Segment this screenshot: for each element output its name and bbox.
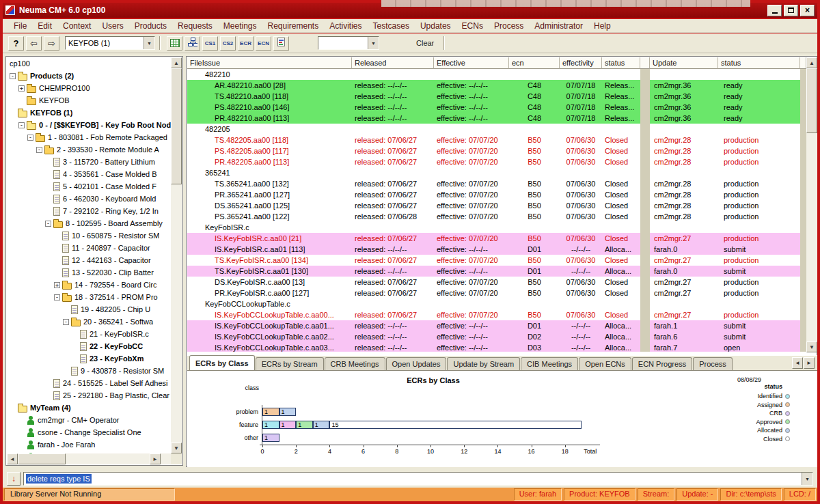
tree-item[interactable]: 10 - 650875 - Resistor SM (7, 229, 172, 242)
cell-ecn[interactable]: B50 (509, 255, 560, 266)
cell-name[interactable]: IS.KeyFobCCLookupTable.c.aa02... (187, 331, 352, 342)
cell-rel[interactable]: released: 07/06/27 (352, 200, 434, 211)
tree-item[interactable]: 11 - 240897 - Capacitor (7, 242, 172, 254)
cell-eff[interactable] (434, 124, 509, 135)
tab-update-by-stream[interactable]: Update by Stream (447, 357, 520, 370)
cell-st[interactable]: Closed (602, 277, 640, 288)
menu-item-ecns[interactable]: ECNs (456, 20, 489, 32)
tree-view-button[interactable] (184, 36, 200, 51)
minimize-button[interactable] (767, 5, 782, 16)
menu-item-users[interactable]: Users (96, 20, 128, 32)
column-header-effective[interactable]: Effective (434, 57, 509, 69)
cell-st2[interactable]: production (718, 145, 800, 156)
fileissue-row[interactable]: IS.KeyFobCCLookupTable.c.aa02...released… (187, 331, 806, 342)
cell-st[interactable]: Releas... (602, 113, 640, 124)
cell-eff[interactable]: effective: 07/07/20 (434, 288, 509, 298)
scroll-up-icon[interactable]: ▲ (806, 57, 817, 68)
cell-efy[interactable]: --/--/-- (560, 320, 602, 331)
fileissue-row[interactable]: TS.482210.aa00 [118]released: --/--/--ef… (187, 91, 806, 102)
cell-efy[interactable]: 07/06/30 (560, 145, 602, 156)
cell-ecn[interactable]: C48 (509, 91, 560, 102)
column-header-ecn[interactable]: ecn (509, 57, 560, 69)
tree-item[interactable]: 7 - 292102 - Ring Key, 1/2 In (7, 205, 172, 217)
cell-name[interactable]: PS.482210.aa00 [146] (187, 102, 352, 113)
cell-st2[interactable]: production (718, 211, 800, 222)
cell-upd[interactable]: farah.0 (650, 266, 718, 277)
cell-st2[interactable]: submit (718, 320, 800, 331)
tree-item[interactable]: +CHEMPRO100 (7, 82, 172, 94)
cell-efy[interactable] (560, 69, 602, 80)
tree-horizontal-scrollbar[interactable]: ◄ ► (7, 453, 172, 464)
cell-upd[interactable]: cm2mgr.28 (650, 200, 718, 211)
cell-efy[interactable] (560, 167, 602, 178)
column-header-fileissue[interactable]: FileIssue (187, 57, 352, 69)
menu-item-activities[interactable]: Activities (324, 20, 367, 32)
back-button[interactable]: ⇦ (26, 36, 42, 51)
tree-vertical-scrollbar[interactable]: ▲ ▼ (171, 57, 182, 453)
tree-item[interactable]: 19 - 482205 - Chip U (7, 303, 172, 316)
cell-name[interactable]: TS.482205.aa00 [118] (187, 135, 352, 145)
cell-st[interactable] (602, 298, 640, 309)
cell-name[interactable]: PR.365241.aa00 [127] (187, 189, 352, 200)
collapse-icon[interactable]: - (27, 135, 33, 141)
cell-eff[interactable]: effective: 07/07/20 (434, 145, 509, 156)
fileissue-row[interactable]: PS.482205.aa00 [117]released: 07/06/27ef… (187, 145, 806, 156)
tree-item[interactable]: -8 - 102595 - Board Assembly (7, 217, 172, 229)
cell-name[interactable]: IS.KeyFobISR.c.aa00 [21] (187, 233, 352, 244)
cell-eff[interactable]: effective: 07/07/20 (434, 135, 509, 145)
cell-st2[interactable] (718, 124, 800, 135)
cell-upd[interactable]: farah.1 (650, 320, 718, 331)
cell-eff[interactable]: effective: 07/07/20 (434, 277, 509, 288)
cell-st2[interactable]: production (718, 135, 800, 145)
cell-rel[interactable] (352, 298, 434, 309)
cell-st2[interactable] (718, 298, 800, 309)
cell-rel[interactable]: released: 07/06/27 (352, 288, 434, 298)
cell-upd[interactable]: cm2mgr.28 (650, 211, 718, 222)
cell-st2[interactable]: production (718, 277, 800, 288)
cell-efy[interactable]: 07/06/30 (560, 156, 602, 167)
fileissue-row[interactable]: PR.482210.aa00 [113]released: --/--/--ef… (187, 113, 806, 124)
cell-upd[interactable]: cm2mgr.27 (650, 255, 718, 266)
cell-rel[interactable]: released: 07/06/27 (352, 309, 434, 320)
cell-efy[interactable]: 07/06/30 (560, 233, 602, 244)
tree-item[interactable]: 3 - 115720 - Battery Lithium (7, 156, 172, 168)
cell-efy[interactable] (560, 124, 602, 135)
fileissue-row[interactable]: TS.365241.aa00 [132]released: 07/06/27ef… (187, 178, 806, 189)
cell-efy[interactable] (560, 298, 602, 309)
cell-rel[interactable]: released: 07/06/27 (352, 156, 434, 167)
expand-icon[interactable]: + (18, 85, 25, 92)
filter-combobox[interactable]: ▼ (318, 36, 379, 50)
cell-eff[interactable]: effective: --/--/-- (434, 80, 509, 91)
fileissue-row[interactable]: IS.KeyFobCCLookupTable.c.aa03...released… (187, 342, 806, 352)
tab-scroll-right-icon[interactable]: ► (804, 357, 815, 369)
tree-item[interactable]: 5 - 402101 - Case Molded F (7, 180, 172, 193)
ecr-button[interactable]: ECR (238, 36, 254, 51)
scroll-right-icon[interactable]: ► (150, 453, 161, 464)
cell-rel[interactable] (352, 222, 434, 233)
tree-item[interactable]: -0 - / [$$KEYFOB] - Key Fob Root Node (7, 119, 172, 131)
fileissue-row[interactable]: TS.KeyFobISR.c.aa01 [130]released: --/--… (187, 266, 806, 277)
cell-eff[interactable]: effective: --/--/-- (434, 342, 509, 352)
run-command-button[interactable]: ↓ (7, 472, 20, 486)
cell-upd[interactable]: cm2mgr.28 (650, 156, 718, 167)
tree-item[interactable]: +14 - 792554 - Board Circ (7, 279, 172, 291)
fileissue-row[interactable]: TS.KeyFobISR.c.aa00 [134]released: 07/06… (187, 255, 806, 266)
cell-name[interactable]: IS.KeyFobCCLookupTable.c.aa03... (187, 342, 352, 352)
cell-efy[interactable]: 07/07/18 (560, 91, 602, 102)
menu-item-meetings[interactable]: Meetings (218, 20, 262, 32)
cell-efy[interactable]: 07/06/30 (560, 309, 602, 320)
tree-item[interactable]: -Products (2) (7, 70, 172, 82)
tree-item[interactable]: 12 - 442163 - Capacitor (7, 254, 172, 266)
cell-st2[interactable]: production (718, 156, 800, 167)
cell-name[interactable]: IS.KeyFobISR.c.aa01 [113] (187, 244, 352, 255)
tab-ecrs-by-class[interactable]: ECRs by Class (189, 355, 255, 370)
cell-ecn[interactable]: B50 (509, 288, 560, 298)
cell-st[interactable]: Closed (602, 135, 640, 145)
cell-upd[interactable]: cm2mgr.36 (650, 113, 718, 124)
cell-eff[interactable]: effective: --/--/-- (434, 331, 509, 342)
cell-st2[interactable]: submit (718, 244, 800, 255)
cs1-button[interactable]: CS1 (202, 36, 218, 51)
cell-name[interactable]: IS.KeyFobCCLookupTable.c.aa00... (187, 309, 352, 320)
close-button[interactable]: × (800, 5, 815, 16)
collapse-icon[interactable]: - (18, 122, 25, 128)
